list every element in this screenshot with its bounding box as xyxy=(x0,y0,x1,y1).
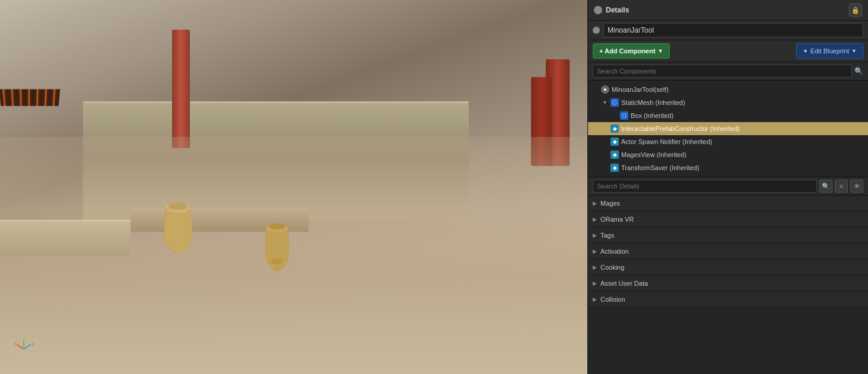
column-left xyxy=(172,30,190,148)
actor-name-row xyxy=(588,21,868,40)
prop-label-cooking: Cooking xyxy=(600,264,624,271)
add-component-arrow: ▼ xyxy=(658,48,663,54)
prop-section-mages: ▶ Mages xyxy=(588,196,868,212)
tree-label-transformsaver: TransformSaver (Inherited) xyxy=(621,164,700,171)
tree-item-self[interactable]: ● MinoanJarTool(self) xyxy=(588,83,868,96)
prop-label-orama: ORama VR xyxy=(600,216,634,223)
jar-mid xyxy=(258,220,297,276)
search-details-row: 🔍 ≡ 👁 xyxy=(588,177,868,196)
details-eye-btn[interactable]: 👁 xyxy=(850,180,863,193)
viewport[interactable]: ▼ Perspective Lit ▼ Show ▼ ✛ ↻ ⤢ xyxy=(0,0,587,374)
search-components-input[interactable] xyxy=(593,65,852,78)
tree-icon-magesview: ◆ xyxy=(611,151,619,159)
svg-point-5 xyxy=(269,223,285,229)
prop-label-mages: Mages xyxy=(600,200,620,207)
tree-icon-self: ● xyxy=(601,85,609,94)
prop-label-asset-user-data: Asset User Data xyxy=(600,280,648,287)
edit-blueprint-button[interactable]: ✦ Edit Blueprint ▼ xyxy=(796,43,863,59)
components-tree: ● MinoanJarTool(self) ▼ ⬡ StaticMesh (In… xyxy=(588,81,868,177)
prop-arrow-asset-user-data: ▶ xyxy=(593,280,597,286)
tree-item-magesview[interactable]: ◆ MagesView (Inherited) xyxy=(588,148,868,161)
lock-button[interactable]: 🔒 xyxy=(849,4,862,17)
add-component-label: + Add Component xyxy=(599,47,656,55)
add-component-button[interactable]: + Add Component ▼ xyxy=(593,43,670,59)
buttons-row: + Add Component ▼ ✦ Edit Blueprint ▼ xyxy=(588,40,868,62)
prop-header-tags[interactable]: ▶ Tags xyxy=(588,228,868,243)
tree-label-magesview: MagesView (Inherited) xyxy=(621,151,686,158)
search-details-input[interactable] xyxy=(593,180,817,193)
details-header-icon xyxy=(594,6,602,14)
actor-name-input[interactable] xyxy=(603,23,863,37)
prop-section-asset-user-data: ▶ Asset User Data xyxy=(588,276,868,292)
tree-label-actorspawn: Actor Spawn Notifier (Inherited) xyxy=(621,138,712,145)
svg-point-6 xyxy=(271,258,283,264)
prop-arrow-mages: ▶ xyxy=(593,200,597,206)
tree-label-self: MinoanJarTool(self) xyxy=(612,86,669,93)
prop-header-cooking[interactable]: ▶ Cooking xyxy=(588,260,868,275)
prop-arrow-cooking: ▶ xyxy=(593,264,597,270)
details-title: Details xyxy=(606,6,629,14)
prop-header-asset-user-data[interactable]: ▶ Asset User Data xyxy=(588,276,868,291)
axis-indicator: X Y Z xyxy=(12,333,36,356)
prop-header-orama[interactable]: ▶ ORama VR xyxy=(588,212,868,227)
properties-list[interactable]: ▶ Mages ▶ ORama VR ▶ Tags ▶ Activation xyxy=(588,196,868,374)
svg-text:Y: Y xyxy=(14,342,17,346)
tree-item-actorspawn[interactable]: ◆ Actor Spawn Notifier (Inherited) xyxy=(588,135,868,148)
prop-arrow-tags: ▶ xyxy=(593,232,597,238)
tree-item-box[interactable]: ⬡ Box (Inherited) xyxy=(588,109,868,122)
prop-arrow-activation: ▶ xyxy=(593,248,597,254)
tree-icon-staticmesh: ⬡ xyxy=(611,98,619,107)
carpet-decoration xyxy=(0,89,60,106)
prop-header-activation[interactable]: ▶ Activation xyxy=(588,244,868,259)
prop-arrow-orama: ▶ xyxy=(593,216,597,222)
details-panel: Details 🔒 + Add Component ▼ ✦ Edit Bluep… xyxy=(587,0,868,374)
scene-background: X Y Z xyxy=(0,0,587,374)
tree-label-box: Box (Inherited) xyxy=(631,112,673,119)
svg-text:X: X xyxy=(32,342,35,346)
tree-icon-box: ⬡ xyxy=(620,111,628,120)
tree-item-transformsaver[interactable]: ◆ TransformSaver (Inherited) xyxy=(588,161,868,174)
tree-icon-interactable: ◆ xyxy=(611,124,619,133)
step-left xyxy=(0,220,131,255)
search-components-row: 🔍 xyxy=(588,62,868,81)
prop-label-collision: Collision xyxy=(600,296,625,303)
actor-dot-icon xyxy=(593,27,600,34)
details-list-view-btn[interactable]: ≡ xyxy=(835,180,848,193)
prop-arrow-collision: ▶ xyxy=(593,296,597,302)
prop-section-orama: ▶ ORama VR xyxy=(588,212,868,228)
prop-section-activation: ▶ Activation xyxy=(588,244,868,260)
prop-section-tags: ▶ Tags xyxy=(588,228,868,244)
tree-item-interactable[interactable]: ◆ InteractablePrefabConstructor (Inherit… xyxy=(588,122,868,135)
prop-header-mages[interactable]: ▶ Mages xyxy=(588,196,868,211)
tree-icon-actorspawn: ◆ xyxy=(611,138,619,146)
edit-blueprint-label: Edit Blueprint xyxy=(810,47,849,55)
prop-section-collision: ▶ Collision xyxy=(588,292,868,308)
tree-item-staticmesh[interactable]: ▼ ⬡ StaticMesh (Inherited) xyxy=(588,96,868,109)
lock-icon: 🔒 xyxy=(851,7,860,14)
edit-blueprint-arrow: ▼ xyxy=(851,48,857,54)
prop-label-activation: Activation xyxy=(600,248,629,255)
prop-header-collision[interactable]: ▶ Collision xyxy=(588,292,868,307)
details-header: Details 🔒 xyxy=(588,0,868,21)
search-components-btn[interactable]: 🔍 xyxy=(854,67,863,75)
tree-icon-transformsaver: ◆ xyxy=(611,164,619,172)
svg-point-2 xyxy=(168,203,187,210)
prop-section-cooking: ▶ Cooking xyxy=(588,260,868,276)
svg-line-8 xyxy=(17,344,24,349)
tree-label-staticmesh: StaticMesh (Inherited) xyxy=(621,99,685,106)
svg-line-7 xyxy=(24,344,31,349)
jar-left xyxy=(157,199,199,258)
tree-arrow-staticmesh: ▼ xyxy=(602,100,608,106)
prop-label-tags: Tags xyxy=(600,232,614,239)
search-details-btn[interactable]: 🔍 xyxy=(819,180,832,193)
edit-blueprint-gear-icon: ✦ xyxy=(803,47,808,55)
tree-label-interactable: InteractablePrefabConstructor (Inherited… xyxy=(621,125,740,132)
svg-text:Z: Z xyxy=(25,335,27,339)
